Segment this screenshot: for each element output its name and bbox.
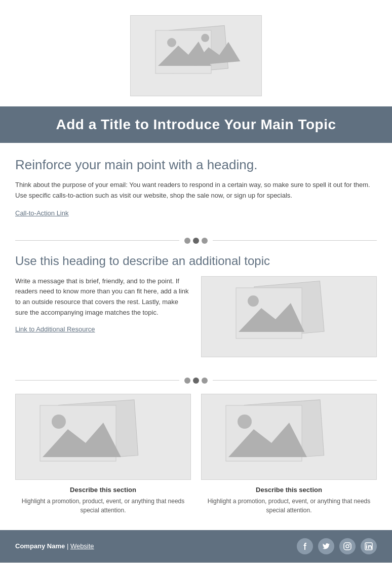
section2-heading: Use this heading to describe an addition… — [15, 254, 377, 268]
section1-body: Think about the purpose of your email: Y… — [15, 180, 377, 201]
divider-line-right-2 — [213, 380, 377, 381]
main-title: Add a Title to Introduce Your Main Topic — [15, 117, 377, 133]
section2-image-placeholder — [201, 276, 377, 357]
social-icons — [297, 538, 377, 554]
svg-point-12 — [52, 415, 66, 429]
facebook-icon[interactable] — [297, 538, 313, 554]
hero-section — [0, 0, 392, 106]
dot-6 — [202, 378, 208, 384]
svg-point-20 — [349, 544, 350, 545]
dots-group — [179, 238, 213, 244]
card1-desc: Highlight a promotion, product, event, o… — [15, 497, 191, 515]
card-1: Describe this section Highlight a promot… — [15, 394, 191, 515]
card2-image — [201, 394, 377, 480]
footer: Company Name | Website — [0, 530, 392, 562]
card1-title: Describe this section — [15, 486, 191, 494]
divider-line-left-2 — [15, 380, 179, 381]
svg-point-16 — [238, 415, 252, 429]
instagram-icon[interactable] — [339, 538, 356, 554]
divider-1 — [15, 238, 377, 244]
dots-group-2 — [179, 378, 213, 384]
svg-point-19 — [346, 545, 349, 548]
dot-4 — [184, 378, 190, 384]
section1-heading: Reinforce your main point with a heading… — [15, 157, 377, 173]
footer-separator: | — [67, 542, 70, 550]
dot-5 — [193, 378, 199, 384]
two-col-row: Write a message that is brief, friendly,… — [15, 276, 377, 357]
hero-image — [130, 15, 262, 96]
email-container: Add a Title to Introduce Your Main Topic… — [0, 0, 392, 562]
website-link[interactable]: Website — [70, 542, 94, 550]
dot-2 — [193, 238, 199, 244]
twitter-icon[interactable] — [318, 538, 334, 554]
section2-image — [201, 276, 377, 357]
divider-line-right — [213, 240, 377, 241]
card1-image — [15, 394, 191, 480]
svg-rect-22 — [366, 545, 367, 549]
three-row: Describe this section Highlight a promot… — [15, 394, 377, 515]
divider-line-left — [15, 240, 179, 241]
card2-title: Describe this section — [201, 486, 377, 494]
section1: Reinforce your main point with a heading… — [0, 143, 392, 228]
section3: Describe this section Highlight a promot… — [0, 394, 392, 530]
cta-link[interactable]: Call-to-Action Link — [15, 209, 69, 217]
card-2: Describe this section Highlight a promot… — [201, 394, 377, 515]
company-name: Company Name — [15, 542, 65, 550]
footer-left: Company Name | Website — [15, 542, 94, 550]
linkedin-icon[interactable] — [361, 538, 377, 554]
svg-point-8 — [248, 295, 259, 307]
section2-text: Write a message that is brief, friendly,… — [15, 276, 191, 357]
dot-1 — [184, 238, 190, 244]
additional-resource-link[interactable]: Link to Additional Resource — [15, 325, 95, 333]
section2: Use this heading to describe an addition… — [0, 254, 392, 367]
title-banner: Add a Title to Introduce Your Main Topic — [0, 106, 392, 143]
divider-2 — [15, 378, 377, 384]
svg-rect-18 — [344, 543, 351, 550]
svg-point-2 — [167, 38, 176, 47]
svg-point-23 — [366, 544, 367, 545]
dot-3 — [202, 238, 208, 244]
card2-desc: Highlight a promotion, product, event, o… — [201, 497, 377, 515]
section2-body: Write a message that is brief, friendly,… — [15, 276, 191, 318]
